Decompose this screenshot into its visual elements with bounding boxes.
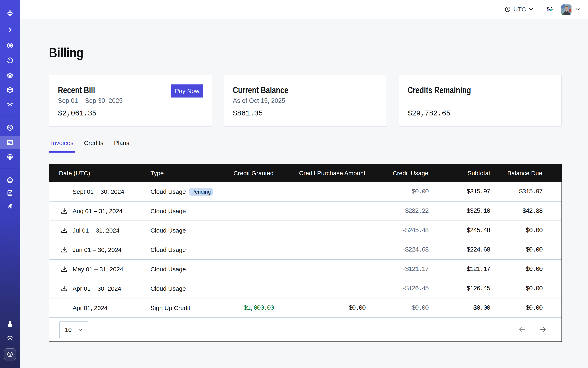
svg-text:$: $ <box>9 352 11 356</box>
